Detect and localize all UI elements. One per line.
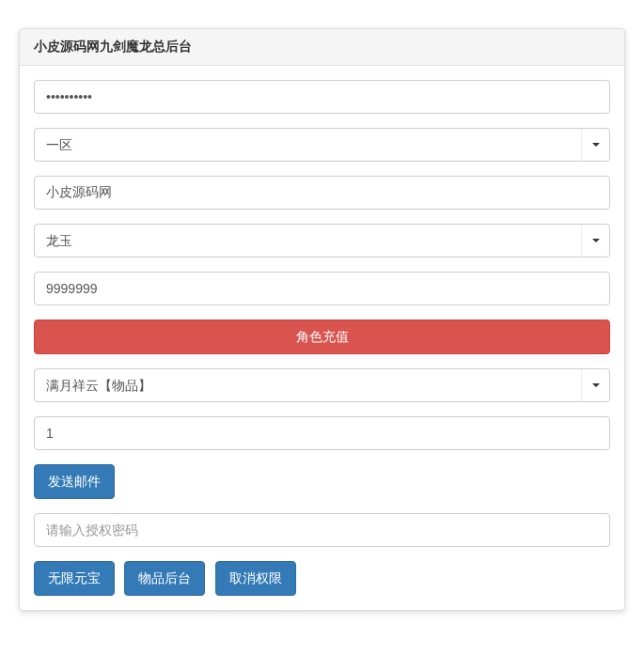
password-input[interactable] bbox=[34, 80, 610, 114]
caret-down-icon bbox=[592, 143, 600, 147]
cancel-auth-button[interactable]: 取消权限 bbox=[215, 561, 296, 596]
character-select-value: 龙玉 bbox=[35, 225, 581, 257]
recharge-button[interactable]: 角色充值 bbox=[34, 320, 610, 354]
quantity-input[interactable] bbox=[34, 416, 610, 450]
character-caret-box bbox=[581, 225, 609, 257]
zone-caret-box bbox=[581, 129, 609, 161]
auth-password-input[interactable] bbox=[34, 513, 610, 547]
zone-select[interactable]: 一区 bbox=[34, 128, 610, 162]
send-mail-button[interactable]: 发送邮件 bbox=[34, 464, 115, 499]
item-select[interactable]: 满月祥云【物品】 bbox=[34, 368, 610, 402]
panel-body: 一区 龙玉 角色充值 满月祥云【物品】 bbox=[20, 66, 624, 610]
admin-panel: 小皮源码网九剑魔龙总后台 一区 龙玉 bbox=[19, 28, 625, 611]
unlimited-yuanbao-button[interactable]: 无限元宝 bbox=[34, 561, 115, 596]
caret-down-icon bbox=[592, 383, 600, 387]
account-input[interactable] bbox=[34, 176, 610, 210]
item-select-value: 满月祥云【物品】 bbox=[35, 369, 581, 401]
amount-input[interactable] bbox=[34, 272, 610, 305]
item-backend-button[interactable]: 物品后台 bbox=[124, 561, 205, 596]
panel-title: 小皮源码网九剑魔龙总后台 bbox=[20, 29, 624, 66]
zone-select-value: 一区 bbox=[35, 129, 581, 161]
caret-down-icon bbox=[592, 239, 600, 242]
character-select[interactable]: 龙玉 bbox=[34, 224, 610, 257]
item-caret-box bbox=[581, 369, 609, 401]
